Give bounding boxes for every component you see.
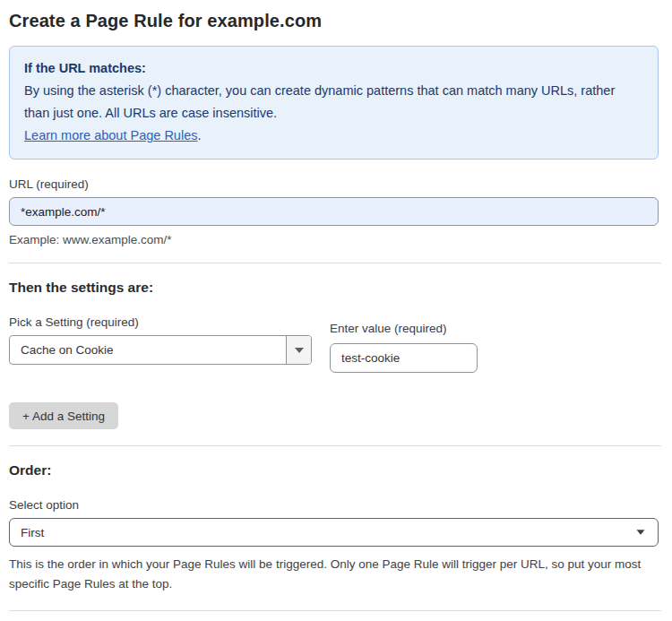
info-box-body: By using the asterisk (*) character, you… (24, 80, 642, 125)
settings-row: Pick a Setting (required) Cache on Cooki… (9, 315, 659, 373)
url-example-text: Example: www.example.com/* (9, 233, 659, 246)
order-select-label: Select option (9, 498, 659, 512)
divider (9, 610, 661, 611)
order-select[interactable]: First (9, 518, 659, 547)
info-box-heading: If the URL matches: (24, 57, 643, 80)
setting-value-label: Enter value (required) (330, 322, 478, 335)
order-help-text: This is the order in which your Page Rul… (9, 555, 654, 594)
divider (9, 445, 661, 446)
setting-picker-arrow-button[interactable] (286, 336, 311, 364)
setting-picker-column: Pick a Setting (required) Cache on Cooki… (9, 315, 312, 365)
setting-picker-dropdown[interactable]: Cache on Cookie (9, 335, 312, 365)
divider (9, 263, 661, 263)
learn-more-link[interactable]: Learn more about Page Rules (24, 128, 197, 142)
url-input[interactable] (9, 197, 659, 226)
info-box-link-line: Learn more about Page Rules. (24, 125, 643, 147)
setting-picker-label: Pick a Setting (required) (9, 315, 312, 329)
order-section-heading: Order: (9, 462, 659, 479)
chevron-down-icon (637, 530, 645, 534)
setting-picker-selected-value: Cache on Cookie (10, 336, 286, 364)
url-match-info-box: If the URL matches: By using the asteris… (9, 46, 659, 160)
order-selected-value: First (21, 526, 636, 539)
settings-section-heading: Then the settings are: (9, 280, 659, 296)
setting-value-column: Enter value (required) (330, 315, 478, 373)
add-setting-button[interactable]: + Add a Setting (9, 402, 118, 429)
page-title: Create a Page Rule for example.com (9, 11, 659, 31)
link-suffix: . (197, 128, 201, 142)
page-rule-form: Create a Page Rule for example.com If th… (0, 0, 672, 621)
url-field-label: URL (required) (9, 177, 659, 191)
chevron-down-icon (295, 348, 304, 353)
setting-value-input[interactable] (330, 343, 478, 373)
